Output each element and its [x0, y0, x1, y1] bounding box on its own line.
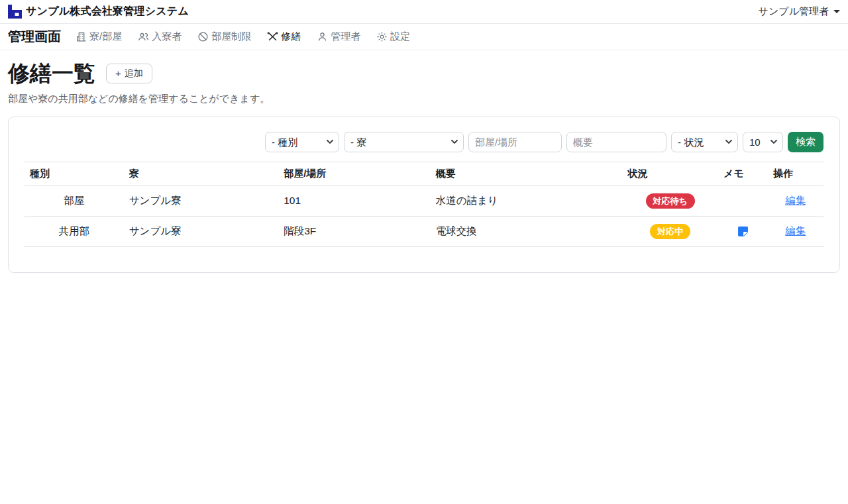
- type-filter-select[interactable]: - 種別: [265, 132, 339, 152]
- nav-brand-admin[interactable]: 管理画面: [8, 28, 61, 46]
- header-actions: 操作: [768, 162, 823, 185]
- user-menu[interactable]: サンプル管理者: [759, 5, 840, 18]
- place-filter-input[interactable]: [468, 132, 562, 152]
- add-button-label: 追加: [125, 68, 143, 79]
- nav-item-admins[interactable]: 管理者: [317, 30, 360, 43]
- filter-row: - 種別 - 寮 - 状況 10 検索: [25, 132, 823, 152]
- cell-status: 対応中: [622, 216, 718, 246]
- nav-item-label: 管理者: [331, 30, 360, 43]
- edit-link[interactable]: 編集: [786, 195, 806, 206]
- repairs-card: - 種別 - 寮 - 状況 10 検索 種別: [8, 117, 840, 273]
- nav-item-residents[interactable]: 入寮者: [138, 30, 182, 43]
- header-status: 状況: [622, 162, 718, 185]
- cell-type: 共用部: [25, 216, 124, 246]
- cell-place: 階段3F: [278, 216, 431, 246]
- cell-place: 101: [278, 185, 431, 216]
- table-row: 共用部 サンプル寮 階段3F 電球交換 対応中 編集: [25, 216, 823, 246]
- page-description: 部屋や寮の共用部などの修繕を管理することができます。: [8, 93, 840, 105]
- cell-summary: 水道の詰まり: [431, 185, 622, 216]
- header-type: 種別: [25, 162, 124, 185]
- gear-icon: [376, 31, 388, 42]
- ban-icon: [197, 31, 209, 42]
- nav-item-label: 部屋制限: [211, 30, 251, 43]
- cell-status: 対応待ち: [622, 185, 718, 216]
- user-menu-label: サンプル管理者: [759, 5, 829, 18]
- company-logo-icon: [8, 5, 22, 19]
- nav-item-label: 設定: [390, 30, 410, 43]
- header-dorm: 寮: [124, 162, 279, 185]
- dorm-filter-select[interactable]: - 寮: [344, 132, 464, 152]
- cell-dorm: サンプル寮: [124, 185, 279, 216]
- chevron-down-icon: [833, 10, 840, 13]
- status-filter-select[interactable]: - 状況: [671, 132, 738, 152]
- nav-item-repairs[interactable]: 修繕: [267, 30, 301, 43]
- repairs-table: 種別 寮 部屋/場所 概要 状況 メモ 操作 部屋 サンプル寮 101 水道の詰…: [25, 162, 823, 247]
- people-icon: [138, 31, 149, 42]
- cell-summary: 電球交換: [431, 216, 622, 246]
- table-row: 部屋 サンプル寮 101 水道の詰まり 対応待ち 編集: [25, 185, 823, 216]
- nav-item-dorm-rooms[interactable]: 寮/部屋: [76, 30, 122, 43]
- search-button[interactable]: 検索: [788, 132, 823, 152]
- building-icon: [76, 31, 87, 42]
- summary-filter-input[interactable]: [566, 132, 666, 152]
- memo-note-icon[interactable]: [737, 226, 749, 237]
- page-size-select[interactable]: 10: [743, 132, 783, 152]
- cell-memo: [718, 185, 768, 216]
- cell-memo: [718, 216, 768, 246]
- tools-icon: [267, 31, 278, 42]
- nav-item-label: 修繕: [281, 30, 301, 43]
- person-icon: [317, 31, 328, 42]
- nav-items: 寮/部屋 入寮者 部屋制限: [76, 30, 410, 43]
- table-header-row: 種別 寮 部屋/場所 概要 状況 メモ 操作: [25, 162, 823, 185]
- add-button[interactable]: + 追加: [106, 64, 152, 83]
- cell-type: 部屋: [25, 185, 124, 216]
- app-title: サンプル株式会社寮管理システム: [26, 5, 189, 19]
- status-badge: 対応中: [650, 224, 690, 239]
- main-navbar: 管理画面 寮/部屋 入寮者: [0, 24, 848, 50]
- status-badge: 対応待ち: [646, 193, 695, 209]
- edit-link[interactable]: 編集: [786, 225, 806, 236]
- cell-dorm: サンプル寮: [124, 216, 279, 246]
- nav-item-label: 入寮者: [152, 30, 182, 43]
- header-memo: メモ: [718, 162, 768, 185]
- cell-actions: 編集: [768, 216, 823, 246]
- app-brand[interactable]: サンプル株式会社寮管理システム: [8, 5, 189, 19]
- header-summary: 概要: [431, 162, 622, 185]
- cell-actions: 編集: [768, 185, 823, 216]
- nav-item-label: 寮/部屋: [89, 30, 122, 43]
- header-place: 部屋/場所: [278, 162, 431, 185]
- nav-item-settings[interactable]: 設定: [376, 30, 410, 43]
- plus-icon: +: [115, 68, 121, 79]
- page-title: 修繕一覧: [8, 60, 95, 87]
- nav-item-room-limits[interactable]: 部屋制限: [197, 30, 251, 43]
- page-head: 修繕一覧 + 追加 部屋や寮の共用部などの修繕を管理することができます。: [0, 50, 848, 105]
- top-header: サンプル株式会社寮管理システム サンプル管理者: [0, 0, 848, 24]
